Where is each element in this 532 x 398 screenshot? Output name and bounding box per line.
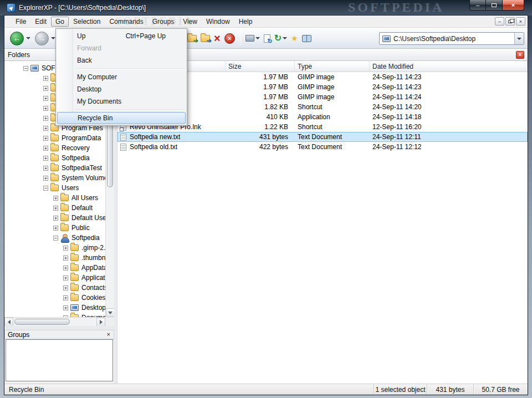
address-bar[interactable]: C:\Users\Softpedia\Desktop <box>379 32 524 45</box>
expand-toggle-icon[interactable]: + <box>43 166 48 171</box>
mdi-minimize-button[interactable]: – <box>495 17 504 25</box>
go-menu-item-desktop[interactable]: Desktop <box>57 83 186 95</box>
expand-toggle-icon[interactable]: + <box>53 226 58 231</box>
tree-item-cookies[interactable]: +Cookies <box>4 293 105 303</box>
go-menu-item-up[interactable]: UpCtrl+Page Up <box>57 30 186 42</box>
forward-button[interactable]: → <box>35 32 49 45</box>
expand-toggle-icon[interactable]: + <box>43 136 48 141</box>
expand-toggle-icon[interactable]: + <box>63 285 68 290</box>
expand-toggle-icon[interactable]: + <box>63 246 68 251</box>
app-icon[interactable] <box>7 3 16 12</box>
expand-toggle-icon[interactable]: + <box>43 146 48 151</box>
groups-splitter[interactable] <box>4 326 114 330</box>
go-menu-item-my-computer[interactable]: My Computer <box>57 71 186 83</box>
expand-toggle-icon[interactable]: + <box>43 156 48 161</box>
menu-window[interactable]: Window <box>202 17 234 27</box>
tree-item-thumbna[interactable]: +.thumbna <box>4 253 105 263</box>
tree-horizontal-scrollbar[interactable] <box>4 317 105 326</box>
stop-button[interactable]: × <box>224 33 235 44</box>
tree-item-programdata[interactable]: +ProgramData <box>4 133 105 143</box>
expand-toggle-icon[interactable]: + <box>43 76 48 81</box>
refresh-button[interactable]: ↻ <box>264 34 270 43</box>
expand-toggle-icon[interactable]: + <box>53 206 58 211</box>
dual-pane-button[interactable] <box>302 35 311 42</box>
expand-toggle-icon[interactable]: + <box>63 295 68 300</box>
tree-item-contacts[interactable]: +Contacts <box>4 283 105 293</box>
expand-toggle-icon[interactable]: + <box>63 256 68 261</box>
groups-list[interactable] <box>6 339 113 381</box>
file-row-softpedia-old-txt[interactable]: Softpedia old.txt422 bytesText Document2… <box>117 142 528 152</box>
column-header-size[interactable]: Size <box>226 61 295 72</box>
sync-button[interactable]: ↻ <box>274 34 287 43</box>
menu-commands[interactable]: Commands <box>105 17 147 27</box>
folders-close-button[interactable]: × <box>516 51 524 59</box>
tree-item-all-users[interactable]: +All Users <box>4 193 105 203</box>
tree-item-softpedia[interactable]: −Softpedia <box>4 233 105 243</box>
tree-item-gimp-2-2[interactable]: +.gimp-2.2 <box>4 243 105 253</box>
expand-toggle-icon[interactable]: + <box>43 96 48 101</box>
delete-button[interactable]: × <box>214 33 221 44</box>
menu-go[interactable]: Go <box>51 17 69 27</box>
address-input[interactable]: C:\Users\Softpedia\Desktop <box>393 35 514 43</box>
menu-groups[interactable]: Groups <box>148 17 178 27</box>
back-button[interactable]: ← <box>10 32 24 45</box>
expand-toggle-icon[interactable]: + <box>43 106 48 111</box>
tree-item-softpedia[interactable]: +Softpedia <box>4 153 105 163</box>
tree-item-users[interactable]: −Users <box>4 183 105 193</box>
collapse-toggle-icon[interactable]: − <box>23 66 28 71</box>
close-button[interactable]: × <box>502 0 524 11</box>
menu-file[interactable]: File <box>11 17 30 27</box>
scroll-down-button[interactable] <box>106 308 115 317</box>
tree-item-system-volume-i[interactable]: +System Volume I <box>4 173 105 183</box>
tree-item-softpediatest[interactable]: +SoftpediaTest <box>4 163 105 173</box>
menu-selection[interactable]: Selection <box>69 17 105 27</box>
expand-toggle-icon[interactable]: + <box>53 216 58 221</box>
menu-view[interactable]: View <box>178 17 202 27</box>
tree-item-appdata[interactable]: +AppData <box>4 263 105 273</box>
tree-item-default[interactable]: +Default <box>4 203 105 213</box>
address-dropdown-button[interactable] <box>514 33 524 44</box>
expand-toggle-icon[interactable]: + <box>53 196 58 201</box>
tree-item-recovery[interactable]: +Recovery <box>4 143 105 153</box>
toolbar-action-group: ➔ ➔ × × ↻ ↻ <box>187 28 311 49</box>
mdi-close-button[interactable]: × <box>516 17 525 25</box>
expand-toggle-icon[interactable]: + <box>43 176 48 181</box>
go-menu-item-my-documents[interactable]: My Documents <box>57 95 186 108</box>
menu-edit[interactable]: Edit <box>30 17 51 27</box>
scroll-left-button[interactable] <box>4 318 13 326</box>
expand-toggle-icon[interactable]: + <box>63 266 68 271</box>
scroll-right-button[interactable] <box>96 318 105 326</box>
tree-item-default-user[interactable]: +Default User <box>4 213 105 223</box>
move-to-button[interactable]: ➔ <box>187 35 197 42</box>
forward-dropdown-icon[interactable] <box>51 37 55 39</box>
file-name: Softpedia old.txt <box>130 143 177 151</box>
menu-help[interactable]: Help <box>234 17 257 27</box>
tree-item-desktop[interactable]: +Desktop <box>4 303 105 313</box>
expand-toggle-icon[interactable]: + <box>43 86 48 91</box>
expand-toggle-icon[interactable]: + <box>43 116 48 121</box>
collapse-toggle-icon[interactable]: − <box>43 186 48 191</box>
favorites-button[interactable]: ★ <box>291 34 298 42</box>
go-menu-item-forward[interactable]: Forward <box>57 42 186 54</box>
column-header-date-modified[interactable]: Date Modified <box>370 61 528 72</box>
file-date-cell: 24-Sep-11 12:12 <box>370 142 528 152</box>
groups-close-button[interactable]: × <box>107 331 110 338</box>
collapse-toggle-icon[interactable]: − <box>53 236 58 241</box>
mdi-restore-button[interactable] <box>505 17 515 25</box>
go-menu-item-recycle-bin[interactable]: Recycle Bin <box>57 112 186 124</box>
minimize-button[interactable]: – <box>469 0 486 11</box>
column-header-type[interactable]: Type <box>295 61 370 72</box>
expand-toggle-icon[interactable]: + <box>63 305 68 310</box>
views-button[interactable] <box>245 35 260 42</box>
maximize-button[interactable] <box>486 0 502 11</box>
expand-toggle-icon[interactable]: + <box>63 275 68 280</box>
copy-to-button[interactable]: ➔ <box>201 35 210 42</box>
go-menu-item-back[interactable]: Back <box>57 54 186 67</box>
expand-toggle-icon[interactable]: + <box>43 126 48 131</box>
tree-item-applicati[interactable]: +Applicati <box>4 273 105 283</box>
horizontal-scroll-thumb[interactable] <box>14 319 70 325</box>
tree-item-documen[interactable]: +Documen <box>4 313 105 317</box>
tree-item-public[interactable]: +Public <box>4 223 105 233</box>
file-row-softpedia-new-txt[interactable]: Softpedia new.txt431 bytesText Document2… <box>117 132 528 142</box>
back-dropdown-icon[interactable] <box>26 37 30 39</box>
